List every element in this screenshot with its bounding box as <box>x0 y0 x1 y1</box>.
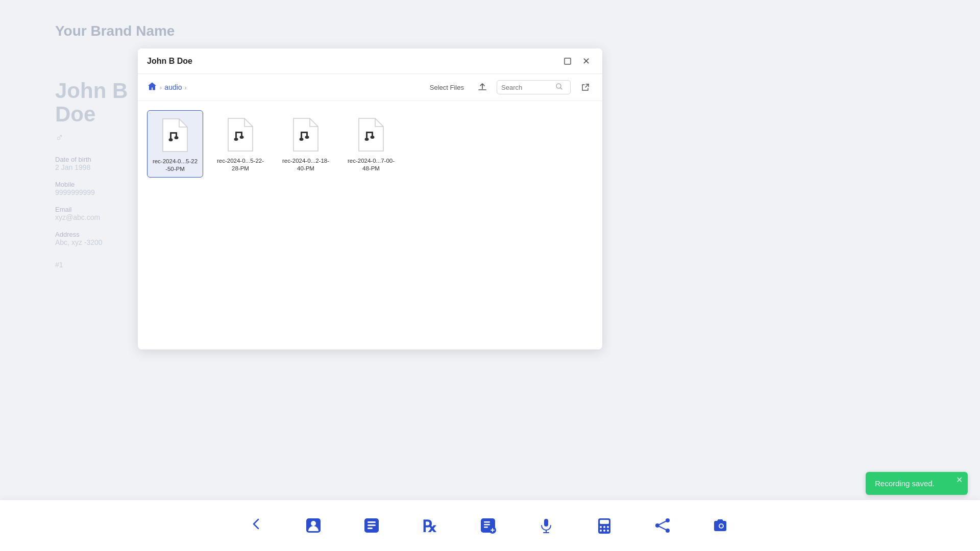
mobile-row: Mobile 9999999999 <box>55 181 128 196</box>
svg-point-39 <box>600 526 602 528</box>
file-label: rec-2024-0...2-18-40-PM <box>282 157 330 172</box>
svg-point-23 <box>311 521 316 526</box>
brand-name: Your Brand Name <box>55 23 175 39</box>
upload-button[interactable] <box>474 79 491 95</box>
svg-point-6 <box>175 136 179 139</box>
address-value: Abc, xyz -3200 <box>55 238 128 246</box>
share-button[interactable] <box>654 517 671 534</box>
file-label: rec-2024-0...7-00-48-PM <box>347 157 395 172</box>
toast-notification: Recording saved. ✕ <box>866 472 968 495</box>
calculator-button[interactable] <box>596 517 613 534</box>
audio-file-icon <box>224 116 257 153</box>
file-item[interactable]: rec-2024-0...5-22-28-PM <box>212 110 268 178</box>
file-item[interactable]: rec-2024-0...7-00-48-PM <box>343 110 399 178</box>
add-note-button[interactable] <box>479 517 497 534</box>
svg-point-45 <box>666 518 670 522</box>
user-name: John B Doe <box>55 79 128 126</box>
gender-icon: ♂ <box>55 131 128 144</box>
dialog-controls: ✕ <box>560 54 593 68</box>
svg-point-11 <box>240 136 244 139</box>
close-icon: ✕ <box>582 56 590 67</box>
svg-rect-32 <box>484 527 488 528</box>
file-label: rec-2024-0...5-22-50-PM <box>152 158 199 173</box>
dialog-titlebar: John B Doe ✕ <box>138 48 602 74</box>
dob-label: Date of birth <box>55 156 128 163</box>
address-row: Address Abc, xyz -3200 <box>55 231 128 246</box>
file-manager-dialog: John B Doe ✕ › audio › Select File <box>138 48 602 349</box>
email-value: xyz@abc.com <box>55 213 128 221</box>
back-button[interactable] <box>250 517 264 535</box>
close-button[interactable]: ✕ <box>579 54 593 68</box>
rx-button[interactable]: ℞ <box>421 517 438 534</box>
mic-button[interactable] <box>537 517 555 534</box>
audio-file-icon <box>159 117 191 154</box>
svg-point-42 <box>600 530 602 532</box>
contacts-button[interactable] <box>305 517 322 534</box>
svg-text:℞: ℞ <box>422 517 437 534</box>
toast-close-button[interactable]: ✕ <box>956 475 963 485</box>
search-input[interactable] <box>501 84 552 91</box>
svg-rect-0 <box>565 58 571 64</box>
file-label: rec-2024-0...5-22-28-PM <box>216 157 264 172</box>
files-grid: rec-2024-0...5-22-50-PM rec-2024-0...5-2… <box>138 101 602 349</box>
toast-message: Recording saved. <box>875 479 935 488</box>
dob-row: Date of birth 2 Jan 1998 <box>55 156 128 171</box>
email-row: Email xyz@abc.com <box>55 206 128 221</box>
audio-file-icon <box>289 116 322 153</box>
home-icon[interactable] <box>147 81 157 94</box>
user-hash: #1 <box>55 261 128 269</box>
breadcrumb-chevron-2: › <box>185 84 187 91</box>
select-files-button[interactable]: Select Files <box>426 82 468 93</box>
svg-point-46 <box>655 523 659 528</box>
svg-rect-31 <box>484 524 490 525</box>
bottom-bar: ℞ <box>0 500 980 551</box>
breadcrumb: › audio › <box>147 81 420 94</box>
svg-point-10 <box>234 138 238 141</box>
breadcrumb-chevron: › <box>160 84 162 91</box>
audio-file-icon <box>355 116 387 153</box>
svg-point-47 <box>666 529 670 533</box>
search-icon <box>555 83 563 92</box>
address-label: Address <box>55 231 128 238</box>
dialog-toolbar: › audio › Select Files <box>138 74 602 101</box>
mobile-value: 9999999999 <box>55 188 128 196</box>
external-link-button[interactable] <box>577 79 593 95</box>
mobile-label: Mobile <box>55 181 128 188</box>
svg-point-5 <box>169 138 173 141</box>
file-item[interactable]: rec-2024-0...2-18-40-PM <box>278 110 334 178</box>
svg-point-43 <box>603 530 605 532</box>
svg-point-16 <box>305 136 309 139</box>
svg-rect-26 <box>368 524 376 526</box>
dialog-title: John B Doe <box>147 57 192 66</box>
file-item[interactable]: rec-2024-0...5-22-50-PM <box>147 110 203 178</box>
email-label: Email <box>55 206 128 213</box>
svg-rect-25 <box>368 521 376 523</box>
svg-point-40 <box>603 526 605 528</box>
svg-point-49 <box>720 524 723 528</box>
svg-rect-34 <box>544 519 548 527</box>
svg-point-20 <box>365 138 369 141</box>
search-box <box>497 80 571 94</box>
svg-point-44 <box>607 530 609 532</box>
camera-button[interactable] <box>712 516 730 535</box>
notes-button[interactable] <box>363 517 380 534</box>
maximize-button[interactable] <box>560 54 575 68</box>
svg-point-21 <box>371 136 375 139</box>
breadcrumb-folder[interactable]: audio <box>164 83 182 91</box>
svg-point-41 <box>607 526 609 528</box>
dob-value: 2 Jan 1998 <box>55 163 128 171</box>
svg-point-15 <box>300 138 304 141</box>
svg-rect-30 <box>484 521 490 523</box>
user-panel: John B Doe ♂ Date of birth 2 Jan 1998 Mo… <box>55 79 128 269</box>
svg-rect-38 <box>600 520 609 524</box>
svg-rect-27 <box>368 528 373 529</box>
